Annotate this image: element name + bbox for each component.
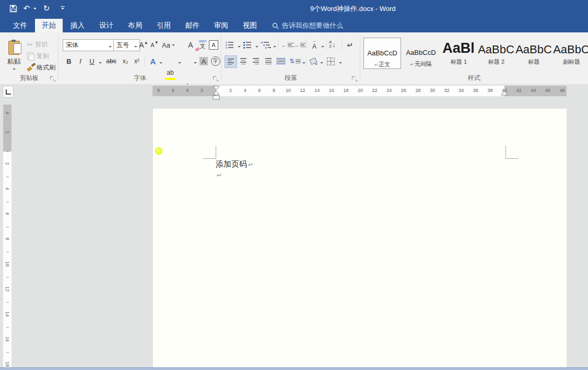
ruler-number: 12	[298, 88, 308, 93]
text-effects-button[interactable]: A	[148, 55, 158, 67]
shading-button[interactable]	[309, 55, 317, 67]
font-group-label: 字体	[58, 74, 221, 83]
title-bar: ↶ ↻ 9个Word神操作.docx - Word	[0, 0, 588, 17]
multilevel-list-button[interactable]	[261, 39, 271, 51]
tab-mailings[interactable]: 邮件	[179, 19, 206, 32]
bold-button[interactable]: B	[65, 55, 73, 67]
paste-button[interactable]: 粘贴	[4, 38, 24, 74]
copy-button[interactable]: 复制	[27, 50, 49, 62]
paragraph-dialog-launcher-icon[interactable]: ↘	[352, 76, 358, 82]
character-shading-button[interactable]: A	[199, 55, 208, 67]
format-painter-icon	[27, 64, 36, 71]
styles-group-label: 样式	[360, 74, 588, 83]
tab-file[interactable]: 文件	[6, 19, 34, 32]
underline-dropdown-icon[interactable]	[99, 62, 102, 65]
change-case-button[interactable]: Aa	[162, 39, 175, 51]
tab-insert[interactable]: 插入	[64, 19, 91, 32]
character-border-button[interactable]: A	[209, 39, 218, 51]
font-name-combo[interactable]: 宋体	[63, 39, 114, 51]
tab-review[interactable]: 审阅	[207, 19, 235, 32]
bullets-button[interactable]	[226, 39, 233, 51]
undo-icon[interactable]: ↶	[20, 3, 33, 14]
ruler-number: 4	[5, 186, 10, 192]
font-dialog-launcher-icon[interactable]: ↘	[213, 76, 219, 82]
cut-button[interactable]: ✂ 剪切	[27, 39, 48, 50]
tab-design[interactable]: 设计	[92, 19, 120, 32]
font-size-combo[interactable]: 五号	[113, 39, 140, 51]
indent-markers[interactable]	[212, 86, 221, 101]
justify-button[interactable]	[263, 55, 274, 67]
bullets-dropdown-icon[interactable]	[238, 46, 241, 49]
font-name-dropdown-icon	[109, 46, 112, 49]
italic-button[interactable]: I	[76, 55, 85, 67]
borders-button[interactable]	[327, 55, 335, 67]
borders-dropdown-icon[interactable]	[339, 62, 342, 65]
line-spacing-dropdown-icon[interactable]	[302, 62, 305, 65]
strikethrough-button[interactable]: abc	[104, 55, 118, 67]
clear-formatting-button[interactable]: A	[185, 39, 196, 51]
grow-font-button[interactable]: A▲	[138, 39, 149, 51]
shading-dropdown-icon[interactable]	[320, 62, 323, 65]
superscript-button[interactable]: x²	[132, 55, 142, 67]
right-indent-marker[interactable]	[501, 90, 509, 96]
group-clipboard: 粘贴 ✂ 剪切 复制 格式刷 剪贴板 ↘	[0, 32, 58, 84]
ruler-number: 6	[5, 211, 10, 217]
style-item-normal[interactable]: AaBbCcD ↵正文	[363, 38, 401, 69]
ruler-tick	[6, 202, 9, 202]
format-painter-button[interactable]: 格式刷	[27, 62, 55, 73]
tab-stop-selector[interactable]	[3, 86, 14, 98]
save-icon[interactable]	[6, 3, 20, 14]
underline-button[interactable]: U	[88, 55, 96, 67]
ruler-tick	[6, 327, 9, 328]
align-right-button[interactable]	[251, 55, 261, 67]
asian-layout-dropdown-icon[interactable]	[321, 46, 324, 49]
align-left-button[interactable]	[225, 55, 237, 68]
style-item-heading1[interactable]: AaBl 标题 1	[440, 38, 477, 68]
sort-button[interactable]: AZ ↓	[329, 39, 336, 50]
shrink-font-button[interactable]: A▼	[149, 39, 160, 51]
line-spacing-button[interactable]: ⇅	[289, 55, 301, 67]
style-item-title[interactable]: AaBbC 标题	[515, 38, 552, 68]
ruler-number: 46	[543, 88, 552, 93]
style-item-no-spacing[interactable]: AaBbCcD ↵无间隔	[403, 38, 439, 68]
asian-layout-button[interactable]: ↔ A	[309, 39, 320, 50]
clipboard-dialog-launcher-icon[interactable]: ↘	[50, 76, 56, 82]
enclose-characters-button[interactable]: 字	[211, 55, 220, 67]
customize-quick-access-toolbar-icon[interactable]	[61, 6, 65, 11]
vertical-ruler[interactable]: 4224681012141618	[3, 105, 11, 367]
margin-corner-mark-left	[203, 146, 216, 159]
tab-references[interactable]: 引用	[150, 19, 178, 32]
ruler-number: 2	[5, 129, 10, 135]
document-page[interactable]: 添加页码↵ ↵	[153, 109, 567, 370]
tab-layout[interactable]: 布局	[121, 19, 149, 32]
style-item-subtitle[interactable]: AaBbC 副标题	[553, 38, 588, 68]
font-color-dropdown-icon[interactable]	[194, 62, 197, 65]
redo-icon[interactable]: ↻	[40, 3, 53, 14]
show-hide-marks-button[interactable]: ↵	[345, 39, 355, 51]
text-effects-dropdown-icon[interactable]	[159, 62, 162, 65]
ruler-number: 4	[240, 88, 250, 93]
group-paragraph: ← → ↔ A AZ ↓ ↵	[221, 32, 360, 84]
subscript-button[interactable]: x₂	[120, 55, 131, 67]
numbering-dropdown-icon[interactable]	[255, 46, 258, 49]
align-center-button[interactable]	[238, 55, 249, 67]
numbering-button[interactable]	[243, 39, 251, 51]
style-item-heading2[interactable]: AaBbC 标题 2	[478, 38, 514, 68]
left-indent-marker	[213, 96, 219, 99]
ruler-number: 2	[226, 88, 236, 93]
tab-view[interactable]: 视图	[236, 19, 264, 32]
paste-dropdown-icon[interactable]	[13, 68, 16, 72]
undo-dropdown-icon[interactable]	[33, 8, 37, 11]
ruler-number: 6	[255, 88, 264, 93]
phonetic-guide-button[interactable]: wén 文	[197, 38, 208, 50]
ruler-number: 32	[442, 88, 452, 93]
tab-home[interactable]: 开始	[35, 19, 63, 32]
highlight-dropdown-icon[interactable]	[178, 62, 181, 65]
decrease-indent-button[interactable]: ←	[281, 39, 294, 51]
document-paragraph[interactable]: 添加页码↵	[216, 159, 253, 169]
increase-indent-button[interactable]: →	[293, 39, 307, 51]
tell-me-search[interactable]: 告诉我你想要做什么	[272, 19, 343, 32]
distributed-button[interactable]	[275, 55, 287, 67]
justify-icon	[265, 58, 272, 64]
multilevel-list-dropdown-icon[interactable]	[273, 46, 276, 49]
